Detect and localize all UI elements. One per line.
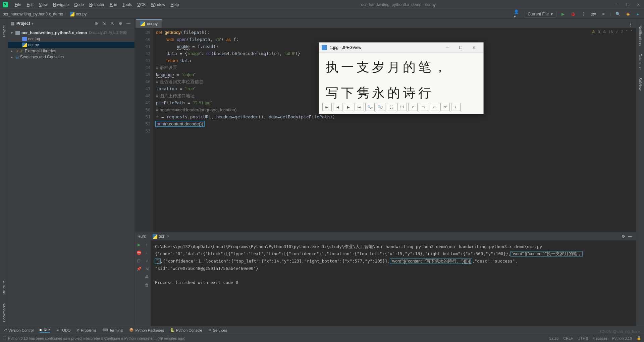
- bottom-tab-todo[interactable]: ≡TODO: [56, 328, 70, 333]
- close-icon[interactable]: ✕: [467, 43, 481, 52]
- print-icon[interactable]: 🖶: [145, 275, 149, 279]
- up-icon[interactable]: ↑: [146, 242, 148, 247]
- pin-icon[interactable]: 📌: [137, 267, 142, 271]
- down-icon[interactable]: ↓: [146, 250, 148, 255]
- collapse-all-icon[interactable]: ⇱: [109, 20, 116, 27]
- expand-all-icon[interactable]: ⇲: [101, 20, 108, 27]
- notifications-tab[interactable]: Notifications: [637, 21, 644, 50]
- minimize-icon[interactable]: ─: [440, 43, 454, 52]
- jpegview-window[interactable]: 1.jpg - JPEGView ─ ☐ ✕ 执一支岁月的笔， 写下隽永的诗行 …: [319, 42, 484, 114]
- info-icon[interactable]: ℹ: [451, 103, 461, 111]
- indent-info[interactable]: 4 spaces: [593, 336, 607, 340]
- breadcrumb-project[interactable]: ocr_handwriting_python3.x_demo: [3, 12, 63, 16]
- zoom-in-icon[interactable]: 🔍+: [376, 103, 385, 111]
- jpegview-titlebar[interactable]: 1.jpg - JPEGView ─ ☐ ✕: [319, 43, 483, 53]
- chevron-up-icon[interactable]: ˄: [626, 30, 628, 34]
- scroll-end-icon[interactable]: ⇲: [145, 267, 149, 271]
- menu-code[interactable]: Code: [71, 1, 87, 8]
- chevron-down-icon[interactable]: ˅: [631, 30, 633, 34]
- ide-settings-icon[interactable]: ◉: [625, 11, 631, 17]
- keep-params-icon[interactable]: ⟲°: [440, 103, 450, 111]
- file-encoding[interactable]: UTF-8: [578, 336, 588, 340]
- chevron-down-icon[interactable]: ▾: [32, 21, 34, 26]
- close-icon[interactable]: ✕: [637, 2, 641, 7]
- locate-icon[interactable]: ⊕: [93, 20, 100, 27]
- soft-wrap-icon[interactable]: ⤶: [145, 259, 149, 263]
- breadcrumb-file[interactable]: ocr.py: [76, 12, 87, 16]
- tree-external-libs[interactable]: ▸⫽⫽ External Libraries: [8, 48, 135, 54]
- trash-icon[interactable]: 🗑: [145, 283, 149, 287]
- rotate-left-icon[interactable]: ↶: [408, 103, 418, 111]
- actual-size-icon[interactable]: 1:1: [397, 103, 407, 111]
- tree-root[interactable]: ▾ ocr_handwriting_python3.x_demo D:\stud…: [8, 30, 135, 36]
- bottom-tab-terminal[interactable]: ⌨Terminal: [103, 328, 123, 333]
- user-icon[interactable]: 👤▾: [514, 11, 521, 17]
- first-icon[interactable]: ⏮: [322, 103, 332, 111]
- menu-navigate[interactable]: Navigate: [50, 1, 71, 8]
- run-config-selector[interactable]: Current File ▾: [524, 11, 556, 17]
- prev-icon[interactable]: ◀: [333, 103, 342, 111]
- bottom-tab-problems[interactable]: ⊘Problems: [76, 328, 96, 333]
- zoom-out-icon[interactable]: 🔍-: [365, 103, 375, 111]
- coverage-icon[interactable]: ◔▾: [590, 11, 597, 17]
- console-output[interactable]: C:\Users\yg132\AppData\Local\Programs\Py…: [151, 240, 636, 326]
- lock-icon[interactable]: 🔒: [637, 336, 641, 340]
- structure-tool-tab[interactable]: Structure: [1, 276, 7, 299]
- bottom-tab-python-packages[interactable]: 📦Python Packages: [129, 328, 164, 333]
- landscape-icon[interactable]: ▭: [430, 103, 439, 111]
- stop-icon[interactable]: ■: [600, 11, 607, 17]
- settings-icon[interactable]: ⚙: [117, 20, 124, 27]
- run-button-icon[interactable]: ▶: [560, 11, 567, 17]
- debug-icon[interactable]: 🐞: [570, 11, 577, 17]
- editor-tab-ocr[interactable]: ocr.py: [136, 19, 162, 28]
- tree-file-jpg[interactable]: ocr.jpg: [8, 36, 135, 42]
- weak-count: 16: [609, 30, 613, 34]
- editor-more-icon[interactable]: ⋮: [627, 21, 634, 28]
- bottom-tab-run[interactable]: ▶Run: [40, 328, 50, 333]
- maximize-icon[interactable]: ☐: [454, 43, 467, 52]
- layout-icon[interactable]: ⊟: [137, 259, 141, 263]
- bottom-tab-version-control[interactable]: ⎇Version Control: [3, 328, 34, 333]
- next-icon[interactable]: ▶: [344, 103, 353, 111]
- line-separator[interactable]: CRLF: [563, 336, 573, 340]
- maximize-icon[interactable]: ☐: [626, 2, 631, 7]
- close-tab-icon[interactable]: ×: [167, 234, 169, 239]
- status-message-icon[interactable]: ☰: [3, 336, 6, 340]
- run-tab[interactable]: ocr ×: [153, 234, 169, 239]
- learn-icon[interactable]: ▸: [635, 11, 641, 17]
- tree-file-py[interactable]: ocr.py: [8, 42, 135, 48]
- run-hide-icon[interactable]: —: [627, 233, 633, 240]
- menu-run[interactable]: Run: [107, 1, 120, 8]
- menu-edit[interactable]: Edit: [24, 1, 36, 8]
- bookmarks-tool-tab[interactable]: Bookmarks: [1, 299, 7, 326]
- database-tab[interactable]: Database: [637, 50, 644, 73]
- last-icon[interactable]: ⏭: [355, 103, 364, 111]
- sciview-tab[interactable]: SciView: [637, 73, 644, 95]
- project-tool-tab[interactable]: Project: [1, 21, 7, 41]
- search-icon[interactable]: 🔍: [614, 11, 621, 17]
- rotate-right-icon[interactable]: ↷: [419, 103, 428, 111]
- rerun-icon[interactable]: ▶: [138, 242, 141, 247]
- menu-tools[interactable]: Tools: [120, 1, 135, 8]
- bottom-tab-python-console[interactable]: 🐍Python Console: [170, 328, 202, 333]
- bottom-tab-services[interactable]: ⚙Services: [208, 328, 227, 333]
- menu-window[interactable]: Window: [148, 1, 168, 8]
- menu-help[interactable]: Help: [168, 1, 182, 8]
- hide-icon[interactable]: —: [125, 20, 132, 27]
- interpreter-info[interactable]: Python 3.10: [612, 336, 632, 340]
- stop-icon[interactable]: ⛔: [137, 250, 142, 255]
- tree-scratches[interactable]: ▸◎ Scratches and Consoles: [8, 54, 135, 60]
- fit-icon[interactable]: ⛶: [387, 103, 396, 111]
- status-message[interactable]: Python 3.10 has been configured as a pro…: [8, 336, 185, 340]
- menu-file[interactable]: File: [12, 1, 24, 8]
- project-view-icon[interactable]: ▦: [11, 21, 14, 26]
- run-settings-icon[interactable]: ⚙: [620, 233, 627, 240]
- project-panel-title[interactable]: Project: [16, 21, 30, 26]
- cursor-position[interactable]: 52:26: [549, 336, 559, 340]
- menu-view[interactable]: View: [36, 1, 50, 8]
- inspections-widget[interactable]: ⚠3 ⚠16 ✓2 ˄ ˅: [592, 30, 633, 34]
- run-more-icon[interactable]: ⋮: [580, 11, 587, 17]
- menu-vcs[interactable]: VCS: [135, 1, 148, 8]
- menu-refactor[interactable]: Refactor: [87, 1, 107, 8]
- minimize-icon[interactable]: ─: [615, 2, 620, 7]
